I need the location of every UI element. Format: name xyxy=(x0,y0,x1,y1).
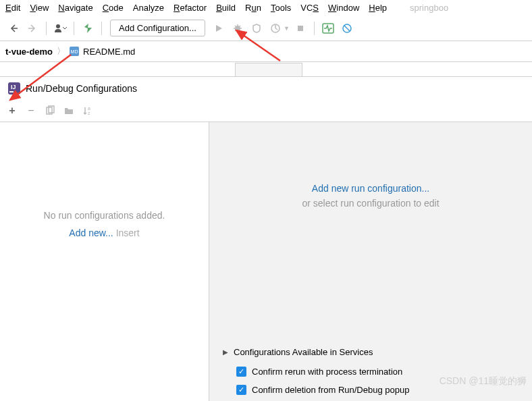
coverage-button[interactable] xyxy=(248,20,265,36)
config-detail-pane: Add new run configuration... or select r… xyxy=(209,122,532,401)
triangle-right-icon: ▶ xyxy=(223,348,228,356)
remove-button[interactable]: − xyxy=(24,104,38,117)
svg-point-1 xyxy=(235,26,240,31)
svg-rect-3 xyxy=(298,26,303,31)
add-button[interactable]: + xyxy=(5,104,19,117)
run-button[interactable] xyxy=(211,20,227,36)
menu-view[interactable]: View xyxy=(30,3,49,13)
no-entry-icon[interactable] xyxy=(339,20,355,36)
sort-button[interactable]: az xyxy=(81,104,95,117)
dialog-body: No run configurations added. Add new... … xyxy=(0,122,532,401)
empty-message: No run configurations added. xyxy=(44,210,165,221)
menu-analyze[interactable]: Analyze xyxy=(133,3,164,13)
confirm-rerun-checkbox-row[interactable]: ✓ Confirm rerun with process termination xyxy=(223,363,518,381)
menu-help[interactable]: Help xyxy=(369,3,387,13)
dialog-toolbar: + − az xyxy=(0,100,532,122)
markdown-file-icon: MD xyxy=(70,47,79,56)
menu-edit[interactable]: Edit xyxy=(5,3,20,13)
menu-window[interactable]: Window xyxy=(328,3,359,13)
svg-rect-7 xyxy=(9,91,14,92)
add-new-line: Add new... Insert xyxy=(69,228,139,238)
svg-text:IJ: IJ xyxy=(11,84,16,90)
add-configuration-button[interactable]: Add Configuration... xyxy=(110,20,205,36)
svg-text:z: z xyxy=(88,111,90,115)
stop-button[interactable] xyxy=(292,20,309,36)
menu-bar: Edit View Navigate Code Analyze Refactor… xyxy=(0,0,532,16)
project-name-hint: springboo xyxy=(410,3,448,13)
svg-point-0 xyxy=(56,24,60,28)
add-new-link[interactable]: Add new... xyxy=(69,228,113,238)
tab-stub[interactable] xyxy=(235,63,302,76)
user-dropdown-button[interactable] xyxy=(52,20,68,36)
breadcrumb-file[interactable]: README.md xyxy=(83,47,135,57)
dialog-title: Run/Debug Configurations xyxy=(26,83,137,94)
dialog-title-bar: IJ Run/Debug Configurations xyxy=(0,77,532,100)
menu-build[interactable]: Build xyxy=(216,3,236,13)
svg-text:a: a xyxy=(88,106,90,111)
main-toolbar: Add Configuration... ▼ xyxy=(0,16,532,41)
menu-run[interactable]: Run xyxy=(245,3,261,13)
copy-button[interactable] xyxy=(43,104,57,117)
chevron-right-icon: 〉 xyxy=(57,45,65,57)
checkbox-checked-icon[interactable]: ✓ xyxy=(236,385,246,395)
checkbox-checked-icon[interactable]: ✓ xyxy=(236,367,246,377)
nav-back-button[interactable] xyxy=(5,20,22,36)
folder-button[interactable] xyxy=(62,104,76,117)
add-new-run-config-link[interactable]: Add new run configuration... xyxy=(312,183,429,194)
breadcrumb: t-vue-demo 〉 MD README.md xyxy=(0,41,532,62)
activity-button[interactable] xyxy=(320,20,336,36)
breadcrumb-project[interactable]: t-vue-demo xyxy=(5,47,53,57)
intellij-icon: IJ xyxy=(8,82,20,95)
build-button[interactable] xyxy=(80,20,96,36)
menu-vcs[interactable]: VCS xyxy=(300,3,319,13)
nav-forward-button[interactable] xyxy=(24,20,41,36)
menu-refactor[interactable]: Refactor xyxy=(174,3,207,13)
insert-hint: Insert xyxy=(116,228,140,238)
debug-button[interactable] xyxy=(230,20,246,36)
config-list-pane: No run configurations added. Add new... … xyxy=(0,122,209,401)
or-select-text: or select run configuration to edit xyxy=(302,198,439,209)
menu-tools[interactable]: Tools xyxy=(271,3,291,13)
menu-navigate[interactable]: Navigate xyxy=(58,3,92,13)
profile-button[interactable] xyxy=(267,20,284,36)
confirm-deletion-checkbox-row[interactable]: ✓ Confirm deletion from Run/Debug popup xyxy=(223,381,518,399)
editor-tabs xyxy=(0,62,532,77)
configs-in-services-section[interactable]: ▶ Configurations Available in Services xyxy=(223,342,518,363)
menu-code[interactable]: Code xyxy=(103,3,124,13)
